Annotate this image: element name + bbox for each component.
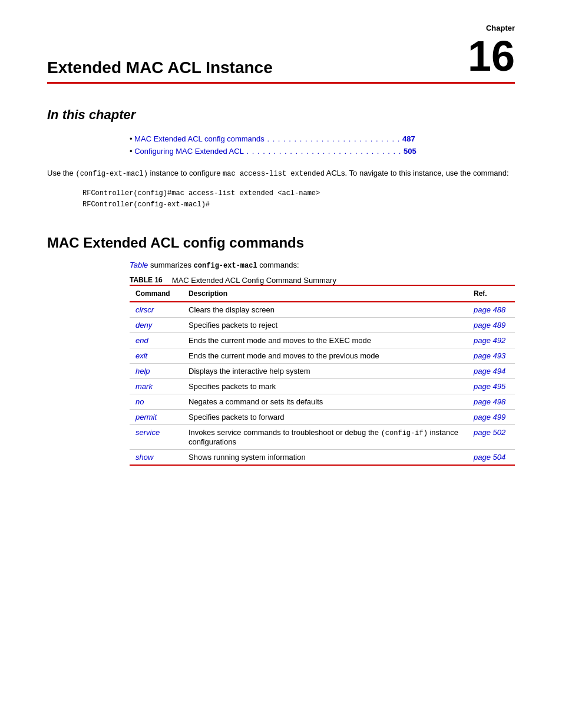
table-intro-paragraph: Table summarizes config-ext-macl command…: [130, 261, 515, 270]
command-link[interactable]: no: [135, 397, 144, 406]
chapter-title-block: Extended MAC ACL Instance 16: [47, 35, 515, 77]
table-cell-description: Clears the display screen: [183, 302, 468, 318]
table-cell-description: Specifies packets to mark: [183, 378, 468, 394]
table-row: clrscrClears the display screenpage 488: [130, 302, 515, 318]
table-intro-rest: commands:: [259, 261, 299, 269]
mac-section: MAC Extended ACL config commands Table s…: [47, 235, 515, 466]
page-ref-link[interactable]: page 492: [474, 336, 505, 345]
chapter-number: 16: [468, 35, 515, 77]
table-cell-command: exit: [130, 348, 183, 363]
page-ref-link[interactable]: page 488: [474, 305, 505, 314]
table-cell-command: help: [130, 363, 183, 378]
chapter-label: Chapter: [486, 24, 515, 32]
toc-dots-1: . . . . . . . . . . . . . . . . . . . . …: [265, 134, 401, 143]
command-link[interactable]: deny: [135, 321, 152, 330]
in-this-chapter-heading: In this chapter: [47, 107, 515, 123]
table-row: serviceInvokes service commands to troub…: [130, 424, 515, 449]
toc-link-1[interactable]: MAC Extended ACL config commands . . . .…: [134, 134, 415, 143]
toc-item-1: MAC Extended ACL config commands . . . .…: [130, 134, 515, 143]
intro-paragraph: Use the (config-ext-macl) instance to co…: [47, 167, 515, 180]
command-link[interactable]: exit: [135, 351, 147, 360]
table-cell-ref: page 499: [468, 409, 515, 424]
page-ref-link[interactable]: page 502: [474, 428, 505, 437]
command-link[interactable]: help: [135, 367, 150, 375]
table-cell-command: deny: [130, 317, 183, 332]
table-cell-command: service: [130, 424, 183, 449]
table-label: TABLE 16: [130, 276, 163, 284]
toc-item-2: Configuring MAC Extended ACL . . . . . .…: [130, 147, 515, 156]
table-cell-description: Ends the current mode and moves to the p…: [183, 348, 468, 363]
table-cell-description: Specifies packets to forward: [183, 409, 468, 424]
col-header-command: Command: [130, 285, 183, 302]
inline-code-2: mac access-list extended: [223, 170, 325, 178]
intro-text-2: instance to configure: [150, 169, 220, 177]
command-link[interactable]: mark: [135, 382, 153, 391]
chapter-label-text: Chapter: [47, 24, 515, 32]
intro-text-3: ACLs. To navigate to this instance, use …: [326, 169, 509, 177]
toc-list: MAC Extended ACL config commands . . . .…: [130, 134, 515, 156]
chapter-header: Chapter Extended MAC ACL Instance 16: [47, 24, 515, 77]
table-cell-description: Displays the interactive help system: [183, 363, 468, 378]
col-header-description: Description: [183, 285, 468, 302]
page-ref-link[interactable]: page 494: [474, 367, 505, 375]
table-cell-command: show: [130, 449, 183, 465]
command-link[interactable]: permit: [135, 413, 157, 421]
toc-page-2: 505: [404, 147, 416, 156]
table-intro-summarizes: summarizes: [150, 261, 191, 269]
table-cell-ref: page 492: [468, 332, 515, 348]
toc-text-1: MAC Extended ACL config commands: [134, 134, 265, 143]
table-row: denySpecifies packets to rejectpage 489: [130, 317, 515, 332]
inline-code-1: (config-ext-macl): [75, 170, 147, 178]
table-row: noNegates a command or sets its defaults…: [130, 394, 515, 409]
table-cell-command: permit: [130, 409, 183, 424]
table-row: exitEnds the current mode and moves to t…: [130, 348, 515, 363]
page-ref-link[interactable]: page 498: [474, 397, 505, 406]
table-cell-ref: page 488: [468, 302, 515, 318]
code-line-2: RFController(config-ext-macl)#: [82, 199, 515, 210]
page-ref-link[interactable]: page 499: [474, 413, 505, 421]
toc-page-1: 487: [402, 134, 415, 143]
page-ref-link[interactable]: page 493: [474, 351, 505, 360]
command-link[interactable]: end: [135, 336, 148, 345]
table-cell-ref: page 495: [468, 378, 515, 394]
table-row: showShows running system informationpage…: [130, 449, 515, 465]
command-table: Command Description Ref. clrscrClears th…: [130, 285, 515, 466]
table-cell-command: end: [130, 332, 183, 348]
red-rule: [47, 82, 515, 84]
table-intro-code: config-ext-macl: [194, 262, 257, 270]
chapter-title: Extended MAC ACL Instance: [47, 58, 456, 77]
table-cell-ref: page 504: [468, 449, 515, 465]
table-cell-description: Negates a command or sets its defaults: [183, 394, 468, 409]
page-ref-link[interactable]: page 504: [474, 453, 505, 462]
table-cell-command: clrscr: [130, 302, 183, 318]
table-cell-command: mark: [130, 378, 183, 394]
toc-link-2[interactable]: Configuring MAC Extended ACL . . . . . .…: [134, 147, 416, 156]
table-caption: MAC Extended ACL Config Command Summary: [172, 276, 336, 285]
table-row: endEnds the current mode and moves to th…: [130, 332, 515, 348]
table-row: markSpecifies packets to markpage 495: [130, 378, 515, 394]
page-ref-link[interactable]: page 489: [474, 321, 505, 330]
code-line-1: RFController(config)#mac access-list ext…: [82, 188, 515, 199]
table-cell-description: Shows running system information: [183, 449, 468, 465]
in-this-chapter-section: In this chapter MAC Extended ACL config …: [47, 107, 515, 211]
command-link[interactable]: show: [135, 453, 153, 462]
intro-text-1: Use the: [47, 169, 74, 177]
command-link[interactable]: clrscr: [135, 305, 154, 314]
table-title-block: TABLE 16 MAC Extended ACL Config Command…: [130, 276, 515, 285]
inline-code-config-if: (config-if): [381, 429, 428, 437]
page-ref-link[interactable]: page 495: [474, 382, 505, 391]
table-cell-ref: page 489: [468, 317, 515, 332]
table-cell-command: no: [130, 394, 183, 409]
toc-text-2: Configuring MAC Extended ACL: [134, 147, 244, 156]
table-cell-description: Ends the current mode and moves to the E…: [183, 332, 468, 348]
table-row: helpDisplays the interactive help system…: [130, 363, 515, 378]
command-link[interactable]: service: [135, 428, 160, 437]
table-cell-ref: page 493: [468, 348, 515, 363]
table-intro-link[interactable]: Table: [130, 261, 148, 269]
table-cell-description: Specifies packets to reject: [183, 317, 468, 332]
table-cell-description: Invokes service commands to troubleshoot…: [183, 424, 468, 449]
toc-dots-2: . . . . . . . . . . . . . . . . . . . . …: [244, 147, 402, 156]
table-cell-ref: page 502: [468, 424, 515, 449]
col-header-ref: Ref.: [468, 285, 515, 302]
table-cell-ref: page 498: [468, 394, 515, 409]
